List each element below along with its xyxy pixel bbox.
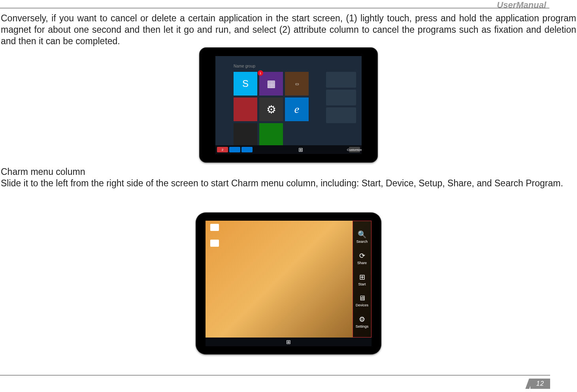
desktop-icon-control[interactable] [209,240,221,251]
tile-app-green[interactable] [259,123,283,147]
paragraph-charm-menu: Slide it to the left from the right side… [1,178,576,189]
tile-app-dark[interactable] [234,123,257,147]
start-right-column [326,72,356,123]
tile-internet-explorer[interactable]: e [285,98,309,121]
skype-icon: S [242,78,249,89]
windows-logo-icon[interactable]: ⊞ [286,339,291,345]
ie-icon: e [294,103,299,116]
desktop-icon-recycle[interactable] [209,224,221,235]
figure-tablet-charms: 🔍 Search ⟳ Share ⊞ Start 🖥 Devices ⚙ Set… [196,212,381,354]
windows-logo-icon[interactable]: ⊞ [298,147,303,152]
search-icon: 🔍 [353,230,371,239]
devices-icon: 🖥 [353,294,371,302]
appbar-button-1[interactable] [229,147,240,152]
charm-share[interactable]: ⟳ Share [353,251,371,265]
tile-settings[interactable]: ⚙ [259,98,283,121]
appbar-button-2[interactable] [241,147,253,152]
wide-tile-3[interactable] [326,107,356,123]
settings-gear-icon: ⚙ [353,315,371,324]
footer-rule [0,375,550,375]
charm-start-label: Start [358,282,366,286]
share-icon: ⟳ [353,251,371,260]
appbar-customize[interactable]: Customize [349,147,360,152]
tile-app-red[interactable] [234,98,257,121]
charm-settings[interactable]: ⚙ Settings [353,315,371,328]
charm-search-label: Search [356,240,368,244]
header-title: UserManual [497,0,546,10]
recycle-bin-icon [210,224,219,231]
charms-bar: 🔍 Search ⟳ Share ⊞ Start 🖥 Devices ⚙ Set… [353,221,371,338]
figure-tablet-start-screen: Name group S ▦ 1 ▭ ⚙ e [199,47,378,163]
wide-tile-1[interactable] [326,72,356,88]
calendar-icon: ▦ [267,78,276,89]
start-tile-grid: S ▦ 1 ▭ ⚙ e [234,72,309,147]
charm-devices[interactable]: 🖥 Devices [353,294,371,307]
control-panel-icon [210,240,219,247]
paragraph-cancel-delete: Conversely, if you want to cancel or del… [1,13,576,47]
windows-start-icon: ⊞ [353,273,371,281]
appbar-badge[interactable]: 2 [217,147,228,152]
header-rule [0,8,549,8]
tablet-screen-start: Name group S ▦ 1 ▭ ⚙ e [215,56,362,154]
heading-charm-menu: Charm menu column [1,167,85,177]
page-number: 12 [530,379,550,389]
desktop-icon: ▭ [295,82,299,86]
tile-desktop[interactable]: ▭ [285,72,309,96]
tile-calendar[interactable]: ▦ 1 [259,72,283,96]
tablet-screen-desktop: 🔍 Search ⟳ Share ⊞ Start 🖥 Devices ⚙ Set… [206,221,371,346]
wide-tile-2[interactable] [326,90,356,105]
start-app-bar: 2 ⊞ Customize [215,145,362,154]
charm-share-label: Share [357,261,367,265]
calendar-badge: 1 [258,70,263,76]
gear-icon: ⚙ [266,103,276,116]
page-number-badge: 12 [530,379,550,389]
charm-start[interactable]: ⊞ Start [353,273,371,286]
charm-search[interactable]: 🔍 Search [353,230,371,244]
desktop-taskbar: ⊞ [206,338,371,346]
charm-settings-label: Settings [356,324,369,328]
charm-devices-label: Devices [356,303,368,307]
tile-skype[interactable]: S [234,72,257,96]
start-group-label: Name group [234,64,255,68]
desktop-icon-column [209,224,221,251]
